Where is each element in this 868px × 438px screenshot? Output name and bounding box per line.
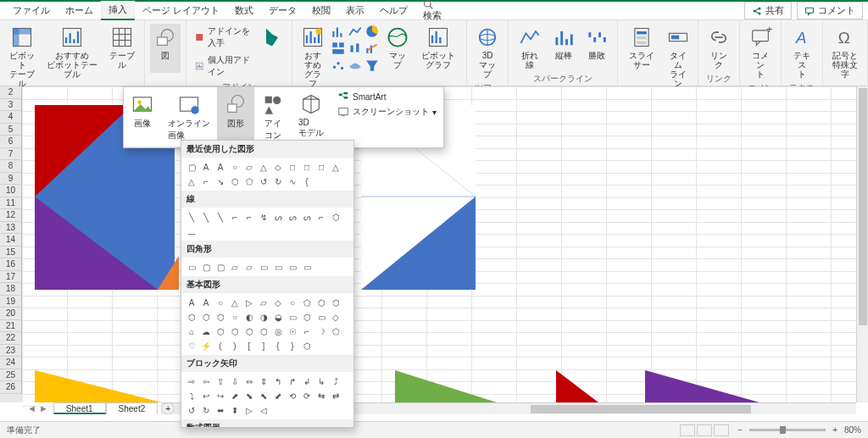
combo-chart-icon[interactable] [364,41,380,56]
shape-item[interactable]: ↳ [314,374,328,388]
shape-item[interactable]: ☉ [286,324,299,338]
shape-item[interactable]: A [185,296,198,309]
shape-item[interactable]: ⬡ [199,310,213,324]
menu-home[interactable]: ホーム [58,2,101,19]
shape-item[interactable]: ◑ [257,310,270,324]
shape-item[interactable]: [ [242,339,256,352]
row-header[interactable]: 14 [0,234,22,247]
shape-item[interactable]: ⬠ [300,296,314,309]
shape-item[interactable]: ▷ [242,403,256,417]
row-header[interactable]: 10 [0,185,22,197]
shape-item[interactable]: ⬡ [329,296,342,309]
shape-item[interactable]: ○ [228,310,242,324]
shape-item[interactable]: ⬊ [242,389,256,402]
row-header[interactable]: 16 [0,258,22,271]
shape-item[interactable]: ⬈ [228,389,242,402]
shape-item[interactable]: ᔕ [286,210,299,224]
row-header[interactable]: 7 [0,148,22,161]
shape-item[interactable]: ⤴ [329,374,342,388]
shape-item[interactable]: ⬡ [228,324,242,338]
shape-item[interactable]: ○ [286,296,299,309]
shape-item[interactable]: ↻ [271,175,285,188]
shape-item[interactable]: ▢ [185,160,198,174]
recommended-pivot-button[interactable]: おすすめピボットテーブル [42,24,103,90]
shape-item[interactable]: △ [228,296,242,309]
shape-item[interactable]: ⬡ [185,310,198,324]
3dmodel-button[interactable]: 3Dモデル [292,87,331,147]
scatter-chart-icon[interactable] [331,58,346,73]
3dmap-button[interactable]: 3Dマップ [472,24,503,80]
shape-item[interactable]: ⬡ [314,296,328,309]
shape-item[interactable]: ⬡ [228,175,242,188]
icons-button[interactable]: アイコン [254,87,292,147]
shape-item[interactable]: ⬋ [271,389,285,402]
shape-item[interactable]: ♡ [185,339,198,352]
smartart-button[interactable]: SmartArt [337,91,437,103]
shape-item[interactable]: ▭ [257,260,270,274]
row-header[interactable]: 4 [0,111,22,124]
shape-item[interactable]: ▢ [214,260,227,274]
pivotchart-button[interactable]: ピボットグラフ [415,24,461,90]
shape-item[interactable]: ᔕ [271,210,285,224]
sparkline-winloss-button[interactable]: 勝敗 [582,24,612,71]
shape-item[interactable]: ⇩ [228,374,242,388]
shape-item[interactable]: ∿ [286,175,299,188]
recommended-charts-button[interactable]: おすすめグラフ [298,24,326,90]
shape-item[interactable]: ◁ [257,403,270,417]
shape-item[interactable]: ▭ [286,260,299,274]
menu-formulas[interactable]: 数式 [227,2,261,19]
row-header[interactable]: 20 [0,308,22,320]
shapes-button[interactable]: 図形 [217,87,254,147]
menu-file[interactable]: ファイル [5,2,58,19]
tab-sheet1[interactable]: Sheet1 [53,402,106,414]
shape-item[interactable]: ◇ [271,296,285,309]
shape-item[interactable]: △ [329,160,342,174]
column-chart-icon[interactable] [331,24,346,39]
new-comment-button[interactable]: + コメント [745,24,776,80]
shape-item[interactable]: ⬉ [257,389,270,402]
view-pagebreak-button[interactable] [714,424,729,436]
shape-item[interactable]: ↻ [199,403,213,417]
sparkline-column-button[interactable]: 縦棒 [548,24,578,71]
view-pagelayout-button[interactable] [697,424,712,436]
shape-item[interactable]: ⌐ [242,210,256,224]
pivot-table-button[interactable]: ピボットテーブル [5,24,39,90]
shape-item[interactable]: ▢ [199,260,213,274]
menu-data[interactable]: データ [261,2,304,19]
shape-item[interactable]: ▭ [271,260,285,274]
shape-item[interactable]: ⚡ [199,339,213,352]
row-header[interactable]: 19 [0,296,22,308]
get-addins-button[interactable]: アドインを入手 [192,24,254,51]
shape-item[interactable]: ⬍ [228,403,242,417]
shape-item[interactable]: ⬡ [300,310,314,324]
shape-item[interactable]: △ [257,160,270,174]
row-header[interactable]: 6 [0,136,22,148]
row-header[interactable]: 22 [0,332,22,345]
shape-item[interactable]: ▭ [185,260,198,274]
shape-item[interactable]: ⇕ [257,374,270,388]
shape-item[interactable]: ⇄ [329,389,342,402]
picture-button[interactable]: 画像 [124,87,161,147]
shape-item[interactable]: ⇦ [199,374,213,388]
funnel-chart-icon[interactable] [364,58,380,73]
shape-item[interactable]: ⟳ [300,389,314,402]
menu-view[interactable]: 表示 [338,2,372,19]
row-header[interactable]: 12 [0,209,22,222]
shape-item[interactable]: A [199,160,213,174]
menu-pagelayout[interactable]: ページ レイアウト [135,2,227,19]
text-button[interactable]: A テキスト [787,24,817,80]
shape-item[interactable]: ▷ [242,296,256,309]
shape-item[interactable]: ○ [228,160,242,174]
row-header[interactable]: 11 [0,197,22,210]
shape-item[interactable]: ↺ [185,403,198,417]
row-header[interactable]: 17 [0,271,22,284]
shape-item[interactable]: ▱ [242,260,256,274]
my-addins-button[interactable]: 個人用アドイン [192,53,254,80]
add-sheet-button[interactable]: + [161,402,175,414]
statistic-chart-icon[interactable] [348,41,363,56]
symbol-button[interactable]: Ω 記号と特殊文字 [828,24,862,80]
screenshot-button[interactable]: スクリーンショット ▾ [337,106,437,118]
share-button[interactable]: 共有 [744,2,792,19]
shape-item[interactable]: ◒ [271,310,285,324]
illustrations-button[interactable]: 図 [150,24,181,73]
